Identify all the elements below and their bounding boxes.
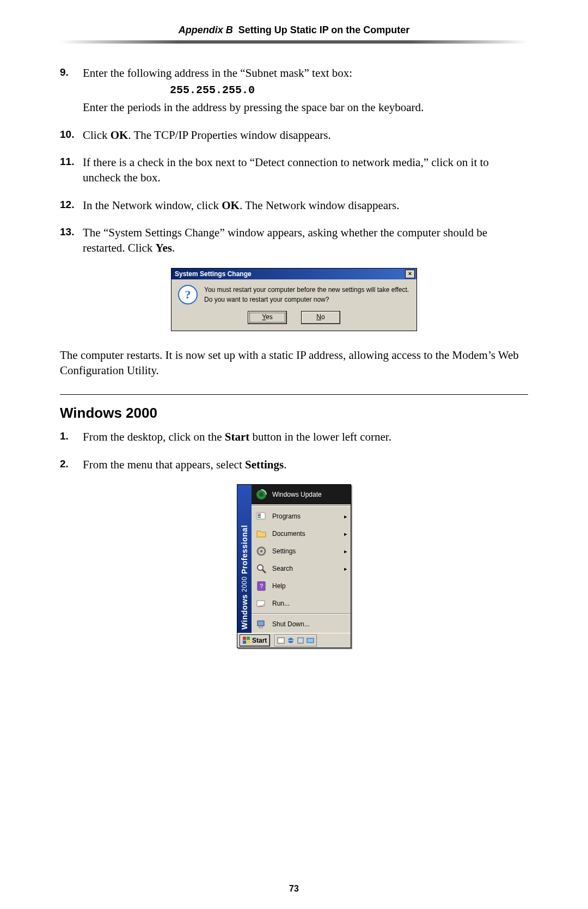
step-text: . The TCP/IP Properties window disappear…: [128, 129, 330, 142]
step-text: From the desktop, click on the: [83, 430, 225, 443]
ok-label: OK: [111, 129, 128, 142]
menu-label: Documents: [272, 530, 340, 538]
menu-item-shutdown[interactable]: Shut Down...: [252, 615, 351, 633]
start-button-label: Start: [252, 637, 267, 644]
menu-label: Search: [272, 565, 340, 572]
menu-label: Windows Update: [272, 491, 347, 498]
yes-label: Yes: [156, 241, 172, 254]
menu-item-windows-update[interactable]: Windows Update: [252, 485, 351, 504]
start-label-ref: Start: [225, 430, 250, 443]
menu-label: Settings: [272, 547, 340, 555]
menu-item-help[interactable]: ? Help: [252, 577, 351, 595]
running-header: Appendix B Setting Up Static IP on the C…: [60, 25, 528, 36]
tray-icon[interactable]: [277, 637, 285, 644]
step-text: button in the lower left corner.: [249, 430, 391, 443]
taskbar: Start: [237, 633, 351, 648]
settings-label-ref: Settings: [245, 458, 284, 471]
banner-professional: Professional: [240, 525, 249, 574]
step-b2: 2. From the menu that appears, select Se…: [60, 457, 528, 472]
svg-rect-21: [298, 638, 303, 643]
programs-icon: [255, 510, 268, 523]
help-icon: ?: [255, 579, 268, 593]
submenu-arrow-icon: [344, 530, 347, 538]
dialog-line2: Do you want to restart your computer now…: [204, 295, 409, 304]
step-b1: 1. From the desktop, click on the Start …: [60, 429, 528, 444]
header-rule: [60, 40, 528, 44]
dialog-titlebar: System Settings Change ×: [171, 269, 416, 279]
appendix-label: Appendix B: [179, 25, 233, 35]
svg-point-8: [258, 565, 263, 570]
menu-item-programs[interactable]: Programs: [252, 508, 351, 525]
start-button[interactable]: Start: [240, 635, 270, 646]
step-number: 13.: [60, 225, 83, 256]
svg-rect-4: [258, 515, 261, 516]
menu-separator: [252, 613, 351, 614]
svg-point-1: [259, 492, 264, 497]
subnet-mask-value: 255.255.255.0: [170, 83, 528, 97]
post-dialog-paragraph: The computer restarts. It is now set up …: [60, 347, 528, 379]
step-text: In the Network window, click: [83, 199, 222, 212]
step-text: The “System Settings Change” window appe…: [83, 226, 487, 254]
yes-button[interactable]: Yes: [248, 311, 287, 324]
step-9: 9. Enter the following address in the “S…: [60, 65, 528, 115]
svg-rect-13: [258, 621, 264, 626]
menu-item-settings[interactable]: Settings: [252, 542, 351, 560]
ok-label: OK: [222, 199, 240, 212]
submenu-arrow-icon: [344, 565, 347, 572]
no-button[interactable]: No: [301, 311, 340, 324]
svg-rect-22: [307, 638, 314, 643]
svg-rect-15: [243, 637, 246, 640]
step-number: 10.: [60, 127, 83, 143]
menu-separator: [252, 505, 351, 507]
step-text: . The Network window disappears.: [240, 199, 400, 212]
menu-label: Shut Down...: [272, 620, 347, 628]
section-heading-windows-2000: Windows 2000: [60, 405, 528, 422]
instruction-list-a: 9. Enter the following address in the “S…: [60, 65, 528, 256]
settings-icon: [255, 545, 268, 558]
globe-update-icon: [255, 488, 268, 501]
step-number: 2.: [60, 457, 83, 472]
svg-point-7: [260, 550, 263, 553]
menu-label: Programs: [272, 513, 340, 520]
submenu-arrow-icon: [344, 547, 347, 555]
system-settings-change-dialog: System Settings Change × ? You must rest…: [171, 268, 417, 331]
dialog-message: You must restart your computer before th…: [204, 285, 409, 304]
step-text: If there is a check in the box next to “…: [83, 155, 528, 186]
step-text: Enter the periods in the address by pres…: [83, 101, 424, 114]
submenu-arrow-icon: [344, 513, 347, 520]
banner-2000: 2000: [241, 576, 248, 592]
svg-rect-5: [258, 517, 261, 518]
svg-rect-19: [278, 638, 284, 643]
run-icon: [255, 597, 268, 610]
svg-rect-18: [247, 640, 250, 644]
close-button[interactable]: ×: [405, 270, 415, 278]
svg-rect-16: [247, 637, 250, 640]
start-menu-figure: Windows 2000 Professional Windows Update: [60, 484, 528, 648]
menu-label: Run...: [272, 600, 347, 607]
question-icon: ?: [178, 285, 198, 304]
menu-item-run[interactable]: Run...: [252, 595, 351, 612]
step-11: 11. If there is a check in the box next …: [60, 155, 528, 186]
tray-ie-icon[interactable]: [287, 637, 295, 644]
step-number: 1.: [60, 429, 83, 444]
step-text: Click: [83, 129, 111, 142]
step-text: .: [284, 458, 286, 471]
svg-text:?: ?: [260, 583, 263, 589]
menu-item-documents[interactable]: Documents: [252, 525, 351, 542]
documents-icon: [255, 527, 268, 540]
instruction-list-b: 1. From the desktop, click on the Start …: [60, 429, 528, 472]
step-13: 13. The “System Settings Change” window …: [60, 225, 528, 256]
document-page: Appendix B Setting Up Static IP on the C…: [0, 0, 588, 909]
dialog-title: System Settings Change: [175, 270, 252, 278]
shutdown-icon: [255, 618, 268, 631]
dialog-content: ? You must restart your computer before …: [171, 279, 416, 308]
dialog-buttons: Yes No: [171, 308, 416, 331]
step-text: Enter the following address in the “Subn…: [83, 66, 352, 80]
page-number: 73: [0, 884, 588, 894]
menu-item-search[interactable]: Search: [252, 560, 351, 577]
step-number: 12.: [60, 198, 83, 213]
quick-launch-tray: [274, 635, 317, 646]
tray-icon[interactable]: [297, 637, 304, 644]
tray-icon[interactable]: [307, 637, 314, 644]
step-12: 12. In the Network window, click OK. The…: [60, 198, 528, 213]
